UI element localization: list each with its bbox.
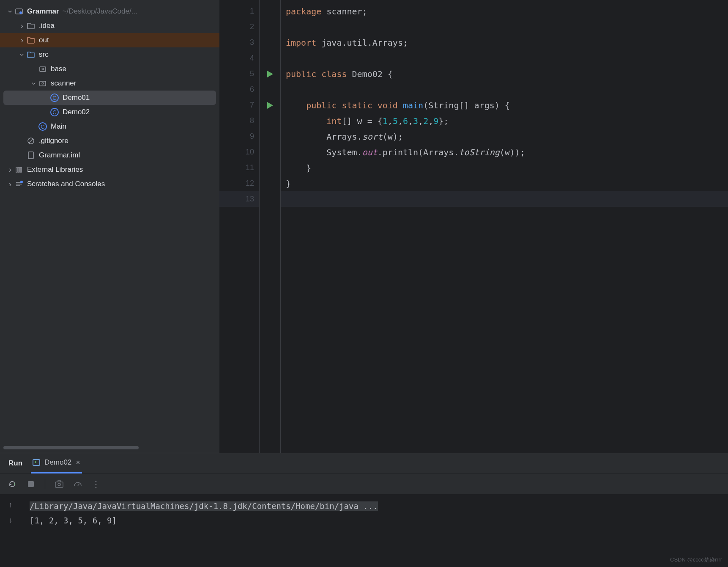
line-number[interactable]: 12 [219,176,259,191]
tree-label: .idea [39,22,55,30]
tree-label: .gitignore [39,137,68,145]
folder-blue-icon [26,50,36,59]
tree-label: External Libraries [27,165,83,174]
more-icon[interactable]: ⋮ [92,479,101,489]
tree-label: src [39,50,49,59]
screenshot-icon[interactable] [55,479,64,489]
tree-item--gitignore[interactable]: .gitignore [0,134,219,148]
line-number[interactable]: 11 [219,160,259,176]
horizontal-scrollbar[interactable] [3,446,139,449]
chevron-icon[interactable] [6,165,14,174]
line-number[interactable]: 6 [219,82,259,97]
tree-label: scanner [51,79,76,88]
code-line[interactable]: } [281,176,728,191]
code-line[interactable] [281,82,728,97]
chevron-icon[interactable] [18,22,26,30]
line-number[interactable]: 2 [219,19,259,35]
tree-label: base [51,65,66,73]
code-editor[interactable]: 12345678910111213 package scanner;import… [219,0,728,453]
tree-item-grammar-iml[interactable]: Grammar.iml [0,148,219,162]
code-area[interactable]: package scanner;import java.util.Arrays;… [281,0,728,453]
tree-item-demo02[interactable]: CDemo02 [0,105,219,119]
tree-item-src[interactable]: src [0,47,219,62]
line-number[interactable]: 1 [219,3,259,19]
svg-rect-11 [20,167,22,172]
module-icon [14,7,24,16]
chevron-icon[interactable] [30,79,38,88]
svg-rect-9 [16,167,17,172]
project-sidebar: Grammar ~/Desktop/JavaCode/... .ideaouts… [0,0,219,453]
line-number[interactable]: 10 [219,144,259,160]
line-number[interactable]: 13 [219,191,259,207]
svg-rect-4 [40,81,46,86]
java-icon: C [50,93,59,102]
tree-item-scratches-and-consoles[interactable]: Scratches and Consoles [0,177,219,191]
tree-item-external-libraries[interactable]: External Libraries [0,162,219,177]
code-line[interactable]: } [281,160,728,176]
close-icon[interactable]: × [76,458,80,467]
tree-item--idea[interactable]: .idea [0,19,219,33]
profiler-icon[interactable] [73,479,82,489]
folder-orange-icon [26,36,36,45]
tree-label: Scratches and Consoles [27,180,105,188]
chevron-icon[interactable] [18,50,26,59]
rerun-icon[interactable] [8,479,17,489]
tree-item-demo01[interactable]: CDemo01 [3,91,216,105]
code-line[interactable] [281,19,728,35]
run-tab[interactable]: Demo02 × [31,453,82,473]
command-line: /Library/Java/JavaVirtualMachines/jdk-1.… [30,501,378,511]
up-arrow-icon[interactable]: ↑ [6,501,15,510]
tree-label: Main [51,122,66,131]
folder-icon [26,21,36,30]
run-icon[interactable] [267,102,273,109]
tree-root[interactable]: Grammar ~/Desktop/JavaCode/... [0,4,219,19]
chevron-icon[interactable] [18,36,26,45]
code-line[interactable]: package scanner; [281,3,728,19]
run-tab-label: Demo02 [44,458,71,467]
code-line[interactable]: public class Demo02 { [281,66,728,82]
chevron-down-icon[interactable] [6,7,14,16]
line-number[interactable]: 7 [219,97,259,113]
console-output[interactable]: /Library/Java/JavaVirtualMachines/jdk-1.… [21,495,728,567]
divider [45,479,45,489]
root-path: ~/Desktop/JavaCode/... [63,7,137,16]
svg-rect-2 [40,67,46,72]
tree-label: Demo02 [63,108,90,116]
ignore-icon [26,136,36,146]
code-line[interactable]: System.out.println(Arrays.toString(w)); [281,144,728,160]
tree-item-main[interactable]: CMain [0,119,219,134]
svg-line-7 [29,139,33,143]
code-line[interactable]: import java.util.Arrays; [281,35,728,50]
svg-rect-10 [18,167,19,172]
tree-label: Demo01 [63,94,90,102]
run-panel: Run Demo02 × ⋮ ↑ ↓ /Library/Java/JavaVir… [0,453,728,567]
svg-point-17 [58,483,60,486]
svg-rect-16 [55,482,63,487]
line-number[interactable]: 8 [219,113,259,129]
svg-rect-18 [58,481,60,482]
tree-item-out[interactable]: out [0,33,219,47]
code-line[interactable]: Arrays.sort(w); [281,129,728,144]
code-line[interactable]: public static void main(String[] args) { [281,97,728,113]
svg-point-15 [20,181,23,183]
lib-icon [14,165,24,174]
stop-icon[interactable] [26,479,36,489]
code-line[interactable] [281,191,728,207]
terminal-icon [33,459,40,466]
run-icon[interactable] [267,71,273,77]
code-line[interactable] [281,50,728,66]
output-line: [1, 2, 3, 5, 6, 9] [30,516,117,525]
tree-item-scanner[interactable]: scanner [0,76,219,91]
chevron-icon[interactable] [6,180,14,189]
pkg-icon [38,64,47,74]
tree-item-base[interactable]: base [0,62,219,76]
line-number[interactable]: 4 [219,50,259,66]
project-tree[interactable]: Grammar ~/Desktop/JavaCode/... .ideaouts… [0,0,219,453]
line-number[interactable]: 3 [219,35,259,50]
run-gutter [260,0,281,453]
line-number[interactable]: 9 [219,129,259,144]
down-arrow-icon[interactable]: ↓ [6,516,15,525]
code-line[interactable]: int[] w = {1,5,6,3,2,9}; [281,113,728,129]
tree-label: out [39,36,49,44]
line-number[interactable]: 5 [219,66,259,82]
